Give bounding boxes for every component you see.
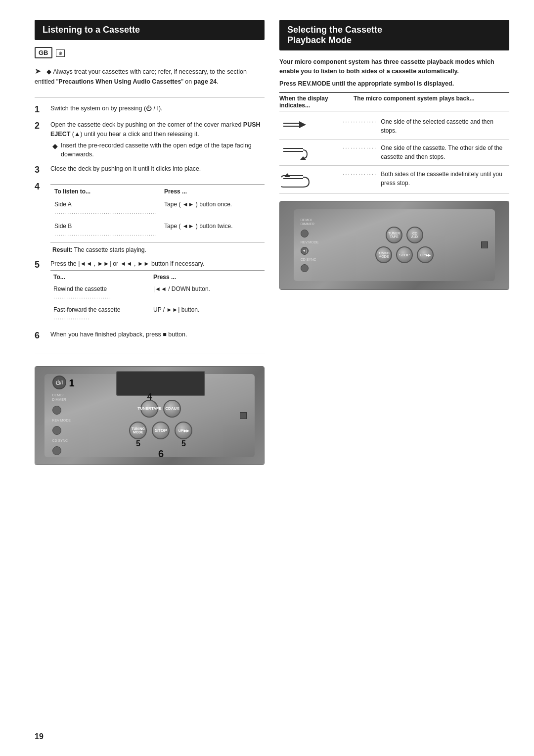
right-title-line1: Selecting the Cassette: [287, 25, 382, 35]
side-a-press: Tape ( ◄► ) button once.: [161, 198, 264, 219]
listen-col1-header: To listen to...: [51, 186, 160, 197]
left-column: Listening to a Cassette GB ⊕ ➤ ◆ Always …: [35, 20, 265, 736]
right-rev-label: REV.MODE: [301, 240, 328, 244]
right-rev-btn: ◄|: [301, 247, 309, 255]
listen-table: To listen to... Press ... Side A ·······…: [50, 184, 265, 242]
left-controls: ⏻/I 1 DEMO/DIMMER REV MODE CD SYNC: [52, 376, 82, 455]
mode-desc-3: ············· Both sides of the cassette…: [339, 170, 509, 188]
button-row-1: TUNER TAPE 4 CD AUX: [140, 400, 181, 418]
step-4: 4 To listen to... Press ... Side A ·····…: [35, 181, 265, 254]
device-right: [240, 412, 247, 419]
divider-1: [35, 97, 265, 98]
step-1-content: Switch the system on by pressing (⏻ / I)…: [50, 104, 265, 113]
step5-overlay-left: 5: [136, 439, 140, 448]
rev-mode-button: [52, 426, 61, 435]
step5-overlay-right: 5: [181, 439, 186, 448]
right-title-line2: Playback Mode: [287, 35, 352, 45]
right-stop-btn: STOP: [396, 246, 413, 263]
rewind-press: |◄◄ / DOWN button.: [151, 284, 264, 303]
divider-2: [35, 353, 265, 353]
up-down-group: UP/▶▶ 5: [175, 422, 192, 439]
side-b-press: Tape ( ◄► ) button twice.: [161, 220, 264, 241]
sub-bullet-icon: ◆: [52, 141, 58, 160]
mode-col2-header: The micro component system plays back...: [354, 95, 509, 109]
step-4-content: To listen to... Press ... Side A ·······…: [50, 181, 265, 254]
right-cd-aux-btn: CDAUX: [406, 227, 423, 243]
step-4-number: 4: [35, 181, 46, 192]
cd-sync-button: [52, 446, 61, 455]
right-tuner-tape-btn: TUNERTAPE: [386, 227, 402, 243]
dots-2: ········································…: [54, 232, 157, 238]
svg-marker-2: [299, 121, 306, 128]
tune-mode-button: TUNINGMODE: [129, 422, 147, 439]
listen-row-sideb: Side B ·································…: [51, 220, 264, 241]
badge-row: GB ⊕: [35, 47, 265, 61]
fastfwd-row: Fast-forward the cassette ··············…: [51, 304, 264, 324]
display-screen: [116, 371, 205, 396]
mode-text-1: One side of the selected cassette and th…: [381, 117, 509, 135]
step-5-content: Press the |◄◄ , ►►| or ◄◄ , ►► button if…: [50, 259, 265, 326]
mode-row-1: ············· One side of the selected c…: [279, 113, 509, 140]
left-section-title: Listening to a Cassette: [35, 20, 265, 40]
tape-label: TAPE: [151, 407, 162, 411]
right-up-btn: UP/▶▶: [417, 246, 434, 263]
step-1: 1 Switch the system on by pressing (⏻ / …: [35, 104, 265, 115]
step4-overlay: 4: [147, 392, 152, 402]
right-small-square: [481, 241, 488, 248]
device-image-inner: ⏻/I 1 DEMO/DIMMER REV MODE CD SYNC: [35, 367, 264, 465]
step-3: 3 Close the deck by pushing on it until …: [35, 164, 265, 176]
listen-row-sidea: Side A ·································…: [51, 198, 264, 219]
gb-badge: GB: [35, 47, 52, 58]
power-group: ⏻/I 1: [52, 376, 68, 389]
device-image-right: DEMO/DIMMER REV.MODE ◄| CD SYNC: [279, 201, 509, 290]
fastfwd-press: UP / ►►| button.: [151, 304, 264, 324]
step-3-number: 3: [35, 164, 46, 176]
right-device-inner: DEMO/DIMMER REV.MODE ◄| CD SYNC: [280, 201, 509, 289]
right-cdsync-btn: [301, 264, 309, 272]
right-cdsync-label: CD SYNC: [301, 258, 328, 261]
right-demo-label: DEMO/DIMMER: [301, 218, 328, 227]
right-tuning-btn: TUNINGMODE: [375, 246, 392, 263]
right-device-panel: DEMO/DIMMER REV.MODE ◄| CD SYNC: [294, 209, 495, 282]
rev-mode-label: REV MODE: [52, 419, 71, 422]
two-column-layout: Listening to a Cassette GB ⊕ ➤ ◆ Always …: [35, 20, 509, 736]
power-button: ⏻/I: [52, 376, 66, 389]
mode-table-header: When the display indicates... The micro …: [279, 92, 509, 111]
tuning-mode-label: TUNINGMODE: [132, 427, 145, 434]
device-image-left: ⏻/I 1 DEMO/DIMMER REV MODE CD SYNC: [35, 366, 265, 465]
arrow-bullet-icon: ➤: [35, 67, 41, 75]
step-2: 2 Open the cassette deck by pushing on t…: [35, 120, 265, 159]
right-center-controls: TUNERTAPE CDAUX TUNINGMODE STOP UP/▶▶: [333, 227, 476, 263]
rewind-row: Rewind the cassette ····················…: [51, 284, 264, 303]
step-6-content: When you have finished playback, press ■…: [50, 330, 265, 339]
extra-badge: ⊕: [56, 49, 65, 57]
cd-sync-label: CD SYNC: [52, 439, 68, 442]
diamond-bullet-icon: ◆: [46, 68, 51, 75]
loop-play-icon: [281, 170, 316, 189]
step-6-number: 6: [35, 330, 46, 341]
press-col1-header: To...: [51, 272, 150, 283]
small-square-button: [240, 412, 247, 419]
demo-button: [52, 406, 61, 415]
right-small-btn1: [301, 230, 309, 237]
rev-arrow-icon: ◄|: [302, 248, 307, 253]
dots-1: ········································…: [54, 210, 157, 217]
side-a-label: Side A ·································…: [51, 198, 160, 219]
mode-text-3: Both sides of the cassette indefinitely …: [381, 170, 509, 188]
mode-dots-3: ·············: [343, 170, 377, 179]
curved-play-icon: [281, 143, 311, 161]
single-play-icon: [281, 117, 311, 132]
aux-label: AUX: [171, 407, 179, 411]
mode-text-2: One side of the cassette. The other side…: [381, 143, 509, 161]
step-5: 5 Press the |◄◄ , ►►| or ◄◄ , ►► button …: [35, 259, 265, 326]
press-table: To... Press ... Rewind the cassette ····…: [50, 270, 265, 325]
up-down-button: UP/▶▶: [175, 422, 192, 439]
demo-dimmer-label: DEMO/DIMMER: [52, 393, 66, 402]
step6-overlay-container: 6: [158, 448, 164, 460]
mode-col1-header: When the display indicates...: [279, 95, 354, 109]
button-row-2: TUNINGMODE 5 STOP UP/▶▶: [129, 422, 192, 439]
listen-col2-header: Press ...: [161, 186, 264, 197]
device-center: TUNER TAPE 4 CD AUX: [87, 371, 235, 460]
result-text: Result: The cassette starts playing.: [50, 245, 265, 254]
mode-desc-1: ············· One side of the selected c…: [339, 117, 509, 135]
